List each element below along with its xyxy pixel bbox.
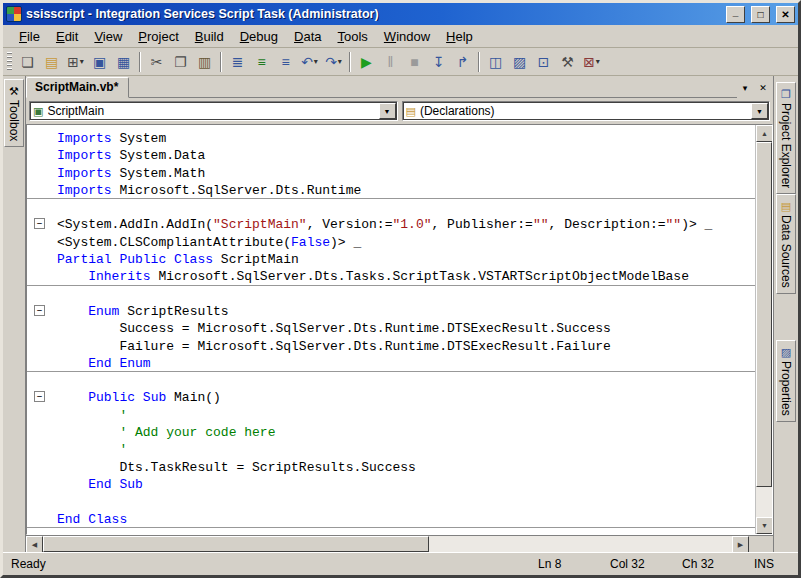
find-button[interactable]: ≣ (226, 51, 249, 73)
cut-button[interactable]: ✂ (145, 51, 168, 73)
break-all-icon: ‖ (388, 55, 394, 69)
close-document-button[interactable]: ✕ (755, 80, 771, 95)
code-line-17[interactable]: ' (27, 407, 755, 424)
code-line-11[interactable]: − Enum ScriptResults (27, 303, 755, 320)
fold-margin (27, 251, 57, 268)
maximize-button[interactable]: □ (751, 6, 770, 23)
document-list-dropdown[interactable]: ▾ (737, 80, 753, 95)
object-combo[interactable]: ▣ ScriptMain ▼ (29, 101, 398, 121)
comment-button[interactable]: ≡ (250, 51, 273, 73)
fold-margin (27, 268, 57, 284)
scroll-left-button[interactable]: ◀ (26, 536, 43, 552)
code-line-8[interactable]: Partial Public Class ScriptMain (27, 251, 755, 268)
procedure-combo-dropdown[interactable]: ▼ (751, 103, 768, 119)
object-combo-dropdown[interactable]: ▼ (379, 103, 396, 119)
title-bar[interactable]: ssisscript - Integration Services Script… (3, 3, 798, 25)
code-line-20[interactable]: Dts.TaskResult = ScriptResults.Success (27, 459, 755, 476)
collapse-icon[interactable]: − (34, 305, 45, 316)
code-line-7[interactable]: <System.CLSCompliantAttribute(False)> _ (27, 234, 755, 251)
collapse-icon[interactable]: − (34, 218, 45, 229)
code-line-5[interactable] (27, 199, 755, 216)
tab-project-explorer[interactable]: ❐Project Explorer (776, 82, 796, 194)
menu-help[interactable]: Help (438, 26, 481, 47)
horizontal-scroll-track[interactable] (43, 536, 732, 552)
open-file-button[interactable]: ▤ (40, 51, 63, 73)
menu-file[interactable]: File (11, 26, 48, 47)
code-token: <System.CLSCompliantAttribute( (57, 235, 291, 250)
code-line-6[interactable]: −<System.AddIn.AddIn("ScriptMain", Versi… (27, 216, 755, 233)
tab-scriptmain-vb[interactable]: ScriptMain.vb* (26, 77, 129, 98)
status-text: Ready (7, 557, 532, 571)
procedure-combo[interactable]: ▤ (Declarations) ▼ (402, 101, 771, 121)
code-line-14[interactable]: End Enum (27, 355, 755, 372)
step-into-button[interactable]: ↧ (427, 51, 450, 73)
redo-button[interactable]: ↷▾ (322, 51, 345, 73)
uncomment-button[interactable]: ≡ (274, 51, 297, 73)
menu-view[interactable]: View (86, 26, 130, 47)
add-item-button[interactable]: ⊞▾ (64, 51, 87, 73)
add-item-dropdown[interactable]: ▾ (80, 57, 84, 66)
code-line-4[interactable]: Imports Microsoft.SqlServer.Dts.Runtime (27, 182, 755, 199)
code-line-15[interactable] (27, 372, 755, 389)
package-dropdown[interactable]: ▾ (596, 57, 600, 66)
scroll-down-button[interactable]: ▼ (756, 517, 773, 534)
fold-margin[interactable]: − (27, 389, 57, 406)
app-icon (6, 6, 22, 22)
solution-explorer-button[interactable]: ◫ (484, 51, 507, 73)
tab-toolbox[interactable]: ⚒ Toolbox (4, 79, 24, 147)
break-all-button[interactable]: ‖ (379, 51, 402, 73)
tab-properties[interactable]: ▨Properties (776, 340, 796, 422)
paste-button[interactable]: ▥ (193, 51, 216, 73)
save-all-button[interactable]: ▦ (112, 51, 135, 73)
code-line-22[interactable] (27, 493, 755, 510)
fold-margin[interactable]: − (27, 216, 57, 233)
scroll-right-button[interactable]: ▶ (732, 536, 749, 552)
menu-build[interactable]: Build (187, 26, 232, 47)
close-button[interactable]: ✕ (776, 6, 795, 23)
menu-tools[interactable]: Tools (330, 26, 376, 47)
undo-button[interactable]: ↶▾ (298, 51, 321, 73)
stop-debug-button[interactable]: ■ (403, 51, 426, 73)
minimize-button[interactable]: _ (726, 6, 745, 23)
code-line-13[interactable]: Failure = Microsoft.SqlServer.Dts.Runtim… (27, 338, 755, 355)
new-file-button[interactable]: ❏ (16, 51, 39, 73)
code-line-2[interactable]: Imports System.Data (27, 147, 755, 164)
step-over-button[interactable]: ↱ (451, 51, 474, 73)
code-line-1[interactable]: Imports System (27, 130, 755, 147)
code-line-3[interactable]: Imports System.Math (27, 165, 755, 182)
vertical-scrollbar[interactable]: ▲ ▼ (755, 125, 772, 534)
save-button[interactable]: ▣ (88, 51, 111, 73)
code-area[interactable]: Imports SystemImports System.DataImports… (27, 125, 755, 534)
code-editor[interactable]: Imports SystemImports System.DataImports… (26, 124, 773, 535)
menu-data[interactable]: Data (286, 26, 329, 47)
package-button[interactable]: ⊠▾ (580, 51, 603, 73)
code-line-9[interactable]: Inherits Microsoft.SqlServer.Dts.Tasks.S… (27, 268, 755, 285)
copy-button[interactable]: ❐ (169, 51, 192, 73)
undo-dropdown[interactable]: ▾ (314, 57, 318, 66)
menu-window[interactable]: Window (376, 26, 438, 47)
horizontal-scrollbar[interactable]: ◀ ▶ (26, 535, 773, 552)
code-line-23[interactable]: End Class (27, 511, 755, 528)
toolbar-grip[interactable] (7, 52, 12, 72)
code-line-12[interactable]: Success = Microsoft.SqlServer.Dts.Runtim… (27, 320, 755, 337)
code-line-16[interactable]: − Public Sub Main() (27, 389, 755, 406)
code-line-10[interactable] (27, 286, 755, 303)
start-debug-button[interactable]: ▶ (355, 51, 378, 73)
code-line-21[interactable]: End Sub (27, 476, 755, 493)
code-line-18[interactable]: ' Add your code here (27, 424, 755, 441)
menu-debug[interactable]: Debug (232, 26, 286, 47)
horizontal-scroll-thumb[interactable] (43, 536, 429, 552)
vertical-scroll-thumb[interactable] (756, 142, 772, 487)
vertical-scroll-track[interactable] (756, 142, 772, 517)
collapse-icon[interactable]: − (34, 391, 45, 402)
code-line-19[interactable]: ' (27, 441, 755, 458)
redo-dropdown[interactable]: ▾ (338, 57, 342, 66)
tab-data-sources[interactable]: ▤Data Sources (776, 194, 796, 294)
menu-project[interactable]: Project (130, 26, 186, 47)
tools-button[interactable]: ⚒ (556, 51, 579, 73)
properties-window-button[interactable]: ▨ (508, 51, 531, 73)
menu-edit[interactable]: Edit (48, 26, 86, 47)
fold-margin[interactable]: − (27, 303, 57, 320)
object-browser-button[interactable]: ⊡ (532, 51, 555, 73)
scroll-up-button[interactable]: ▲ (756, 125, 773, 142)
